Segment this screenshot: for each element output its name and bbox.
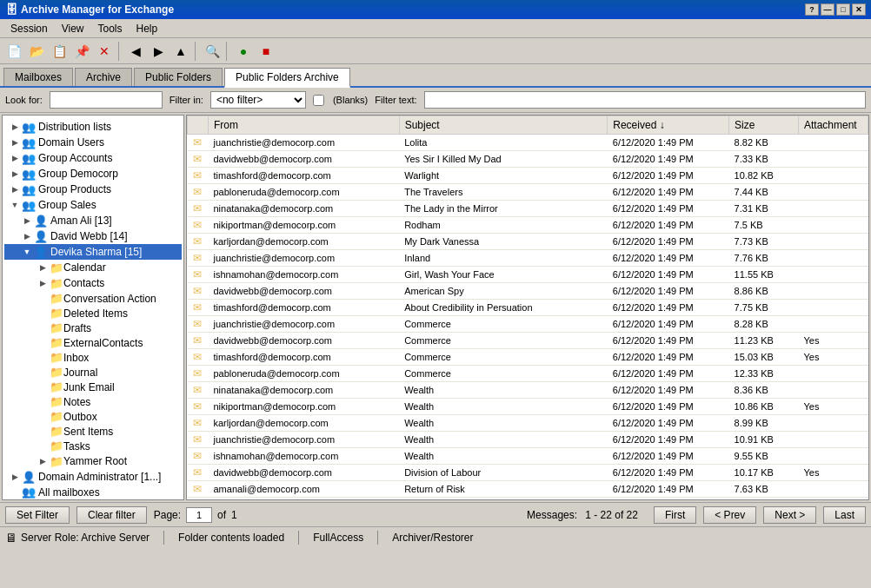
tree-item-devika-sharma[interactable]: ▼ 👤 Devika Sharma [15]: [4, 244, 182, 260]
tree-item-group-sales[interactable]: ▼ 👥 Group Sales: [4, 197, 182, 213]
col-size[interactable]: Size: [729, 116, 799, 135]
tree-item-conv-action[interactable]: 📁 Conversation Action: [4, 291, 182, 306]
open-button[interactable]: 📂: [26, 42, 47, 61]
tree-item-notes[interactable]: 📁 Notes: [4, 394, 182, 409]
col-attachment[interactable]: Attachment: [799, 116, 868, 135]
tab-public-folders[interactable]: Public Folders: [134, 68, 223, 86]
expand-domain-users[interactable]: ▶: [8, 135, 22, 149]
expand-devika-sharma[interactable]: ▼: [20, 245, 34, 259]
col-icon[interactable]: [188, 116, 209, 135]
tree-item-tasks[interactable]: 📁 Tasks: [4, 439, 182, 453]
menu-help[interactable]: Help: [130, 21, 165, 36]
col-received[interactable]: Received ↓: [608, 116, 729, 135]
tree-item-contacts[interactable]: ▶ 📁 Contacts: [4, 275, 182, 291]
tree-item-group-accounts[interactable]: ▶ 👥 Group Accounts: [4, 150, 182, 166]
copy-button[interactable]: 📋: [49, 42, 70, 61]
up-button[interactable]: ▲: [170, 42, 191, 61]
expand-david-webb[interactable]: ▶: [20, 229, 34, 243]
tree-item-distribution[interactable]: ▶ 👥 Distribution lists: [4, 119, 182, 135]
table-row[interactable]: ✉davidwebb@democorp.comCommerce6/12/2020…: [188, 333, 868, 349]
tree-item-search-results[interactable]: 🔍 Search results: [4, 499, 182, 500]
table-row[interactable]: ✉ninatanaka@democorp.comWealth6/12/2020 …: [188, 382, 868, 399]
menu-view[interactable]: View: [55, 21, 91, 36]
table-row[interactable]: ✉amanali@democorp.comReturn of Risk6/12/…: [188, 481, 868, 498]
tab-public-folders-archive[interactable]: Public Folders Archive: [224, 68, 350, 88]
tree-item-inbox[interactable]: 📁 Inbox: [4, 350, 182, 365]
col-from[interactable]: From: [208, 116, 399, 135]
delete-button[interactable]: ✕: [94, 42, 115, 61]
table-row[interactable]: ✉karljordan@democorp.comMy Dark Vanessa6…: [188, 234, 868, 250]
table-row[interactable]: ✉nikiportman@democorp.comRodham6/12/2020…: [188, 217, 868, 234]
tree-item-calendar[interactable]: ▶ 📁 Calendar: [4, 260, 182, 275]
tree-item-drafts[interactable]: 📁 Drafts: [4, 320, 182, 335]
table-row[interactable]: ✉juanchristie@democorp.comLolita6/12/202…: [188, 135, 868, 151]
table-row[interactable]: ✉juanchristie@democorp.comInland6/12/202…: [188, 250, 868, 267]
table-row[interactable]: ✉davidwebb@democorp.comYes Sir I Killed …: [188, 151, 868, 168]
tree-item-deleted-items[interactable]: 📁 Deleted Items: [4, 306, 182, 320]
table-row[interactable]: ✉ishnamohan@democorp.comWealth6/12/2020 …: [188, 448, 868, 465]
table-row[interactable]: ✉pabloneruda@democorp.comCommerce6/12/20…: [188, 366, 868, 382]
filtertext-input[interactable]: [424, 91, 866, 109]
table-row[interactable]: ✉ninatanaka@democorp.comThe Lady in the …: [188, 201, 868, 217]
minimize-button[interactable]: —: [821, 3, 834, 16]
last-button[interactable]: Last: [823, 506, 866, 524]
table-row[interactable]: ✉karljordan@democorp.comWealth6/12/2020 …: [188, 415, 868, 432]
menu-session[interactable]: Session: [3, 21, 55, 36]
expand-distribution[interactable]: ▶: [8, 120, 22, 134]
table-row[interactable]: ✉juanchristie@democorp.comCommerce6/12/2…: [188, 316, 868, 333]
prev-button[interactable]: < Prev: [703, 506, 756, 524]
table-row[interactable]: ✉davidwebb@democorp.comAmerican Spy6/12/…: [188, 283, 868, 300]
expand-group-products[interactable]: ▶: [8, 182, 22, 196]
tree-item-junk-email[interactable]: 📁 Junk Email: [4, 380, 182, 394]
tree-item-david-webb[interactable]: ▶ 👤 David Webb [14]: [4, 228, 182, 244]
blanks-checkbox[interactable]: [313, 95, 324, 106]
table-row[interactable]: ✉davidwebb@democorp.comDivision of Labou…: [188, 465, 868, 481]
tree-item-journal[interactable]: 📁 Journal: [4, 365, 182, 380]
tab-archive[interactable]: Archive: [75, 68, 132, 86]
expand-group-accounts[interactable]: ▶: [8, 151, 22, 165]
menu-tools[interactable]: Tools: [91, 21, 130, 36]
expand-group-sales[interactable]: ▼: [8, 198, 22, 212]
table-row[interactable]: ✉timashford@democorp.comCommerce6/12/202…: [188, 349, 868, 366]
tab-mailboxes[interactable]: Mailboxes: [3, 68, 73, 86]
expand-calendar[interactable]: ▶: [36, 261, 50, 274]
table-row[interactable]: ✉nikiportman@democorp.comWealth6/12/2020…: [188, 399, 868, 415]
first-button[interactable]: First: [654, 506, 696, 524]
col-subject[interactable]: Subject: [399, 116, 608, 135]
table-row[interactable]: ✉ishnamohan@democorp.comGirl, Wash Your …: [188, 267, 868, 283]
paste-button[interactable]: 📌: [71, 42, 92, 61]
expand-yammer[interactable]: ▶: [36, 454, 50, 468]
back-button[interactable]: ◀: [125, 42, 146, 61]
tree-item-sent-items[interactable]: 📁 Sent Items: [4, 424, 182, 439]
lookfor-input[interactable]: [50, 91, 163, 109]
table-row[interactable]: ✉timashford@democorp.comWarlight6/12/202…: [188, 168, 868, 184]
refresh-green-button[interactable]: ●: [233, 42, 254, 61]
table-row[interactable]: ✉timashford@democorp.comAbout Credibilit…: [188, 300, 868, 316]
maximize-button[interactable]: □: [836, 3, 850, 16]
expand-contacts[interactable]: ▶: [36, 276, 50, 290]
tree-item-external-contacts[interactable]: 📁 ExternalContacts: [4, 335, 182, 350]
next-button[interactable]: Next >: [763, 506, 816, 524]
tree-item-all-mailboxes[interactable]: 👥 All mailboxes: [4, 485, 182, 499]
close-button[interactable]: ✕: [852, 3, 866, 16]
tree-item-group-democorp[interactable]: ▶ 👥 Group Democorp: [4, 166, 182, 182]
expand-group-democorp[interactable]: ▶: [8, 167, 22, 181]
page-input[interactable]: [186, 507, 212, 523]
tree-item-yammer-root[interactable]: ▶ 📁 Yammer Root: [4, 453, 182, 469]
tree-item-group-products[interactable]: ▶ 👥 Group Products: [4, 182, 182, 197]
expand-domain-admin[interactable]: ▶: [8, 470, 22, 484]
help-button[interactable]: ?: [805, 3, 819, 16]
table-row[interactable]: ✉juanchristie@democorp.comWealth6/12/202…: [188, 432, 868, 448]
search-button[interactable]: 🔍: [202, 42, 223, 61]
set-filter-button[interactable]: Set Filter: [5, 506, 70, 524]
tree-item-aman-ali[interactable]: ▶ 👤 Aman Ali [13]: [4, 213, 182, 228]
table-container[interactable]: From Subject Received ↓ Size Attachment …: [187, 116, 868, 499]
table-row[interactable]: ✉pabloneruda@democorp.comThe Travelers6/…: [188, 184, 868, 201]
expand-aman-ali[interactable]: ▶: [20, 214, 34, 228]
tree-item-domain-admin[interactable]: ▶ 👤 Domain Administrator [1...]: [4, 469, 182, 485]
forward-button[interactable]: ▶: [148, 42, 169, 61]
tree-item-domain-users[interactable]: ▶ 👥 Domain Users: [4, 135, 182, 150]
new-button[interactable]: 📄: [3, 42, 24, 61]
clear-filter-button[interactable]: Clear filter: [76, 506, 147, 524]
stop-button[interactable]: ■: [256, 42, 276, 61]
